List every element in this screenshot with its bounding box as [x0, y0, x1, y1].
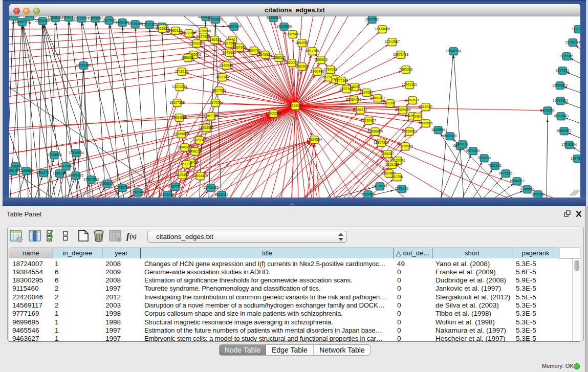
svg-text:9245012: 9245012: [215, 193, 229, 196]
svg-text:10653257: 10653257: [88, 16, 103, 20]
svg-text:7632621: 7632621: [488, 164, 502, 167]
svg-text:6497568: 6497568: [340, 87, 354, 91]
svg-text:12213389: 12213389: [172, 85, 187, 89]
svg-text:1117745: 1117745: [572, 27, 580, 31]
svg-text:167312: 167312: [181, 162, 192, 166]
svg-text:10958107: 10958107: [99, 182, 115, 185]
svg-text:20975867: 20975867: [58, 164, 74, 168]
svg-text:5484: 5484: [413, 115, 421, 118]
svg-text:10719155: 10719155: [127, 22, 143, 26]
svg-text:5498222: 5498222: [188, 149, 202, 153]
svg-text:16914479: 16914479: [192, 174, 208, 178]
svg-text:939197: 939197: [457, 142, 469, 146]
svg-text:10807487: 10807487: [370, 96, 385, 100]
svg-text:18807249: 18807249: [374, 141, 389, 144]
svg-text:8878342: 8878342: [193, 138, 207, 142]
svg-text:6961758: 6961758: [306, 49, 319, 53]
svg-text:12942737: 12942737: [36, 171, 51, 174]
svg-text:252254: 252254: [391, 175, 403, 179]
svg-text:12905135: 12905135: [68, 173, 83, 177]
svg-text:14136141: 14136141: [372, 184, 387, 188]
svg-text:17957223: 17957223: [83, 178, 99, 181]
svg-text:1733426: 1733426: [395, 187, 409, 190]
svg-text:8960124: 8960124: [169, 29, 183, 32]
svg-text:13226058: 13226058: [195, 29, 211, 33]
svg-text:12213967: 12213967: [384, 40, 400, 43]
svg-text:6794028: 6794028: [324, 68, 338, 71]
svg-text:1167533: 1167533: [571, 157, 580, 160]
svg-text:19384554: 19384554: [307, 138, 322, 141]
svg-text:18724007: 18724007: [288, 104, 303, 107]
svg-text:9118460: 9118460: [419, 105, 432, 108]
svg-text:1203448: 1203448: [161, 193, 175, 196]
svg-text:16033809: 16033809: [208, 17, 223, 21]
svg-text:11353594: 11353594: [199, 126, 214, 129]
svg-text:16782759: 16782759: [115, 186, 130, 189]
svg-text:12975115: 12975115: [402, 83, 417, 86]
svg-text:12093822: 12093822: [552, 83, 568, 87]
svg-text:7625402: 7625402: [176, 173, 189, 177]
svg-text:19654923: 19654923: [402, 129, 417, 133]
svg-text:7986372: 7986372: [354, 108, 367, 112]
svg-text:10654112: 10654112: [509, 179, 525, 183]
svg-text:7663822: 7663822: [156, 27, 169, 30]
svg-text:7955812: 7955812: [314, 58, 328, 61]
svg-text:9327508: 9327508: [223, 41, 236, 45]
svg-text:10025488: 10025488: [395, 108, 410, 112]
svg-text:20364436: 20364436: [346, 98, 361, 101]
svg-text:1145194: 1145194: [53, 171, 66, 175]
svg-text:1664092: 1664092: [295, 41, 309, 45]
svg-text:10210643: 10210643: [553, 114, 569, 118]
svg-text:8811974: 8811974: [9, 16, 20, 18]
svg-text:2367608: 2367608: [233, 46, 247, 49]
svg-text:7485063: 7485063: [399, 68, 413, 71]
svg-text:2087682: 2087682: [365, 17, 379, 21]
svg-text:12923448: 12923448: [130, 190, 145, 194]
svg-text:15692971: 15692971: [556, 129, 572, 133]
svg-text:9457791: 9457791: [168, 185, 182, 188]
svg-text:8958928: 8958928: [443, 134, 457, 138]
svg-text:16648784: 16648784: [446, 49, 461, 53]
svg-text:19218506: 19218506: [276, 25, 292, 28]
svg-text:(x): (x): [129, 233, 137, 240]
svg-text:10688609: 10688609: [367, 129, 383, 133]
svg-text:1615132: 1615132: [385, 163, 399, 166]
svg-text:62160: 62160: [385, 101, 395, 105]
svg-text:989633: 989633: [182, 56, 194, 59]
svg-text:9242848: 9242848: [220, 63, 233, 67]
svg-text:1640954: 1640954: [431, 128, 445, 132]
svg-text:8471676: 8471676: [499, 171, 513, 175]
svg-text:8267110: 8267110: [204, 114, 217, 118]
svg-text:9084067: 9084067: [381, 152, 395, 156]
svg-text:8912954: 8912954: [182, 31, 196, 35]
svg-text:19166825: 19166825: [173, 132, 189, 136]
svg-text:13300295: 13300295: [266, 112, 281, 115]
svg-text:8990448: 8990448: [311, 70, 324, 73]
svg-text:10973493: 10973493: [393, 53, 408, 56]
svg-text:18107553: 18107553: [169, 101, 185, 104]
svg-text:19756928: 19756928: [398, 144, 413, 148]
svg-text:1245566: 1245566: [531, 192, 545, 196]
svg-text:9777169: 9777169: [335, 79, 349, 82]
svg-text:16154808: 16154808: [375, 27, 390, 31]
svg-text:9146821: 9146821: [258, 53, 272, 56]
svg-text:9474444: 9474444: [466, 149, 480, 152]
svg-text:17016504: 17016504: [561, 143, 577, 146]
svg-text:20206526: 20206526: [47, 153, 62, 157]
svg-text:2803144: 2803144: [215, 75, 229, 79]
svg-text:9129966: 9129966: [560, 54, 574, 58]
svg-text:8454749: 8454749: [247, 49, 261, 52]
svg-text:3675685: 3675685: [223, 51, 236, 54]
svg-text:15720407: 15720407: [361, 119, 376, 122]
svg-text:939159: 939159: [9, 169, 19, 172]
svg-text:15716485: 15716485: [203, 186, 219, 189]
svg-text:3824554: 3824554: [360, 91, 374, 94]
svg-text:1905723: 1905723: [23, 16, 37, 18]
svg-text:20691406: 20691406: [35, 19, 50, 23]
svg-text:9699695: 9699695: [419, 121, 433, 125]
svg-text:19654923: 19654923: [171, 116, 187, 119]
svg-text:29053346: 29053346: [76, 63, 91, 67]
svg-text:16543382: 16543382: [189, 41, 204, 45]
svg-text:10998104: 10998104: [48, 16, 63, 19]
svg-text:417004: 417004: [210, 101, 222, 104]
